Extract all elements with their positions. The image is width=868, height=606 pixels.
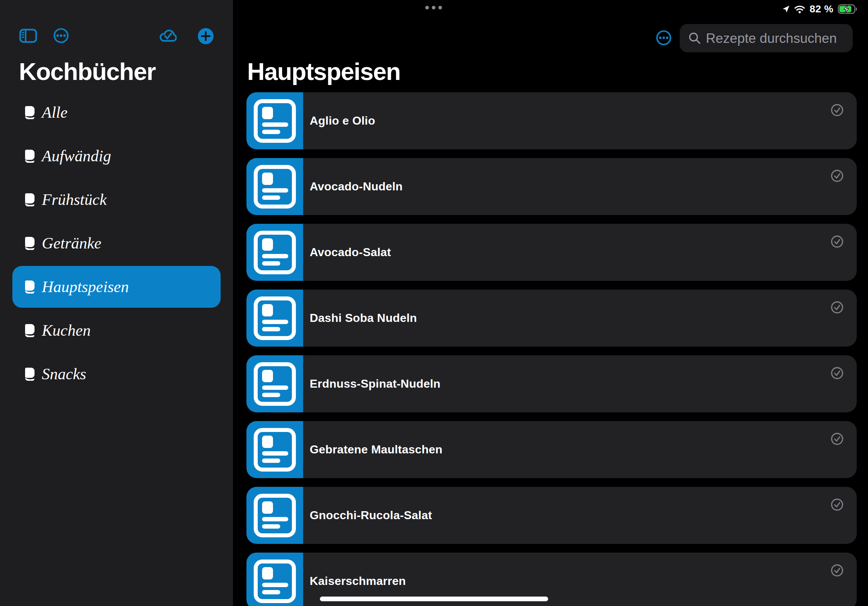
sidebar-item-getraenke[interactable]: Getränke <box>12 223 221 264</box>
recipe-row-avocado-salat[interactable]: Avocado-Salat <box>246 224 857 281</box>
battery-charging-icon <box>838 5 857 14</box>
recipe-thumbnail <box>246 92 303 149</box>
check-circle-icon <box>831 301 843 314</box>
app-screen: Kochbücher Alle Aufwändig <box>0 0 868 606</box>
check-circle-icon <box>831 433 843 445</box>
sidebar-item-aufwaendig[interactable]: Aufwändig <box>12 135 221 177</box>
sidebar-item-snacks[interactable]: Snacks <box>12 353 221 395</box>
search-field <box>680 24 853 52</box>
recipe-list: Aglio e Olio Avocado-Nudeln <box>246 92 857 606</box>
check-circle-icon <box>831 235 843 248</box>
cloud-check-icon <box>159 28 177 43</box>
recipe-card-icon <box>254 165 296 209</box>
sidebar-item-hauptspeisen[interactable]: Hauptspeisen <box>12 266 221 308</box>
recipe-card-icon <box>254 231 296 274</box>
dot <box>432 6 436 9</box>
recipe-card-icon <box>254 297 296 340</box>
page-title: Hauptspeisen <box>247 59 400 83</box>
book-icon <box>24 324 35 337</box>
book-icon <box>24 280 35 294</box>
home-indicator-bar[interactable] <box>320 597 548 601</box>
search-input[interactable] <box>705 24 851 53</box>
book-icon <box>24 106 35 119</box>
recipe-card-icon <box>254 560 296 603</box>
sidebar: Kochbücher Alle Aufwändig <box>0 0 233 606</box>
sidebar-item-alle[interactable]: Alle <box>12 91 221 133</box>
recipe-card-icon <box>254 494 296 537</box>
add-cookbook-button[interactable] <box>198 28 214 45</box>
recipe-name: Erdnuss-Spinat-Nudeln <box>310 355 440 412</box>
sidebar-item-label: Snacks <box>42 353 86 395</box>
recipe-card-icon <box>254 99 296 143</box>
select-check-button[interactable] <box>831 367 843 379</box>
book-icon <box>24 193 35 206</box>
select-check-button[interactable] <box>831 104 843 116</box>
book-icon <box>24 150 35 163</box>
recipe-row-dashi-soba-nudeln[interactable]: Dashi Soba Nudeln <box>246 289 857 346</box>
check-circle-icon <box>831 367 843 379</box>
check-circle-icon <box>831 170 843 182</box>
ellipsis-circle-icon <box>53 28 69 43</box>
sidebar-item-label: Frühstück <box>42 179 107 221</box>
recipe-row-gnocchi-rucola-salat[interactable]: Gnocchi-Rucola-Salat <box>246 487 857 544</box>
check-circle-icon <box>831 564 843 577</box>
recipe-name: Gebratene Maultaschen <box>310 421 442 478</box>
recipe-thumbnail <box>246 224 303 281</box>
wifi-icon <box>794 5 805 14</box>
recipe-card-icon <box>254 428 296 472</box>
recipe-name: Dashi Soba Nudeln <box>310 289 417 346</box>
check-circle-icon <box>831 104 843 116</box>
list-more-button[interactable] <box>656 30 671 46</box>
select-check-button[interactable] <box>831 301 843 314</box>
sidebar-item-label: Getränke <box>42 223 101 264</box>
status-bar: 82 % <box>782 4 857 14</box>
ellipsis-circle-icon <box>656 30 671 45</box>
select-check-button[interactable] <box>831 170 843 182</box>
sidebar-item-label: Kuchen <box>42 309 90 351</box>
select-check-button[interactable] <box>831 498 843 511</box>
sidebar-item-kuchen[interactable]: Kuchen <box>12 309 221 351</box>
cookbook-list: Alle Aufwändig Frühstück <box>12 91 221 397</box>
sync-cloud-button[interactable] <box>159 28 177 44</box>
recipe-thumbnail <box>246 487 303 544</box>
recipe-row-gebratene-maultaschen[interactable]: Gebratene Maultaschen <box>246 421 857 478</box>
select-check-button[interactable] <box>831 564 843 577</box>
recipe-name: Aglio e Olio <box>310 92 375 149</box>
recipe-thumbnail <box>246 355 303 412</box>
search-icon <box>688 31 702 45</box>
book-icon <box>24 237 35 250</box>
sidebar-title: Kochbücher <box>19 59 156 83</box>
recipe-row-avocado-nudeln[interactable]: Avocado-Nudeln <box>246 158 857 215</box>
dot <box>439 6 442 9</box>
sidebar-more-button[interactable] <box>53 28 69 44</box>
sidebar-item-label: Alle <box>42 91 68 133</box>
select-check-button[interactable] <box>831 433 843 445</box>
recipe-thumbnail <box>246 158 303 215</box>
select-check-button[interactable] <box>831 235 843 248</box>
recipe-thumbnail <box>246 553 303 606</box>
recipe-thumbnail <box>246 421 303 478</box>
sidebar-item-label: Hauptspeisen <box>42 266 129 308</box>
recipe-thumbnail <box>246 289 303 346</box>
recipe-name: Avocado-Nudeln <box>310 158 403 215</box>
sidebar-toggle-icon <box>19 29 37 43</box>
dot <box>425 6 429 9</box>
recipe-name: Avocado-Salat <box>310 224 391 281</box>
check-circle-icon <box>831 498 843 511</box>
multitask-dots-handle[interactable] <box>425 6 442 9</box>
sidebar-toggle-button[interactable] <box>19 29 37 44</box>
recipe-name: Gnocchi-Rucola-Salat <box>310 487 432 544</box>
battery-percent: 82 % <box>809 3 834 15</box>
recipe-card-icon <box>254 362 296 406</box>
sidebar-item-label: Aufwändig <box>42 135 111 177</box>
book-icon <box>24 368 35 381</box>
location-arrow-icon <box>782 5 790 13</box>
plus-circle-icon <box>198 28 214 44</box>
recipe-row-aglio-e-olio[interactable]: Aglio e Olio <box>246 92 857 149</box>
recipe-row-erdnuss-spinat-nudeln[interactable]: Erdnuss-Spinat-Nudeln <box>246 355 857 412</box>
sidebar-item-fruehstueck[interactable]: Frühstück <box>12 179 221 221</box>
